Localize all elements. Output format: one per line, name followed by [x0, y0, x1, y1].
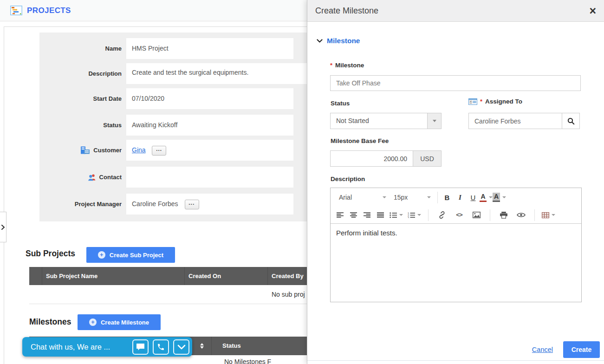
font-color-button[interactable]: A [480, 191, 493, 204]
create-sub-project-label: Create Sub Project [110, 252, 163, 259]
align-center-icon [350, 212, 357, 218]
plus-circle-icon: + [89, 318, 97, 326]
create-milestone-button[interactable]: + Create Milestone [78, 314, 161, 330]
status-select-caret[interactable] [427, 113, 441, 129]
project-manager-field: Caroline Forbes ••• [126, 194, 293, 214]
contact-field[interactable] [126, 167, 293, 188]
caret-down-icon [489, 196, 493, 198]
chat-bubble-button[interactable] [132, 339, 149, 355]
numbered-list-button[interactable]: 123 [407, 208, 421, 221]
contact-card-icon [468, 98, 477, 105]
table-icon [542, 212, 549, 218]
plus-circle-icon: + [98, 251, 105, 259]
panel-bottom-divider [307, 360, 604, 361]
toolbar-separator [490, 209, 490, 221]
column-sub-project-name: Sub Project Name [42, 267, 184, 285]
milestone-name-input[interactable] [330, 75, 581, 91]
sidebar-expand-handle[interactable] [0, 212, 6, 242]
project-manager-lookup-button[interactable]: ••• [185, 200, 199, 209]
status-select[interactable]: Not Started [330, 113, 442, 129]
milestone-field-label: * Milestone [330, 62, 364, 69]
image-icon [473, 212, 481, 218]
customer-label-text: Customer [93, 147, 122, 154]
toolbar-separator [428, 209, 429, 221]
highlight-color-button[interactable]: A [493, 191, 506, 204]
milestones-title: Milestones [29, 317, 71, 327]
rich-text-editor: Arial 15px B I U A A [330, 188, 582, 302]
milestone-section-title: Milestone [327, 37, 360, 45]
description-field[interactable]: Create and test the surgical equipments. [126, 63, 326, 84]
status-label: Status [39, 115, 122, 136]
start-date-field[interactable]: 07/10/2020 [126, 88, 293, 109]
chat-bubble-icon [136, 343, 145, 351]
customer-link[interactable]: Gina [132, 146, 146, 154]
insert-table-button[interactable] [542, 208, 555, 221]
base-fee-input[interactable] [331, 151, 413, 166]
description-editor-content[interactable]: Perform initial tests. [331, 223, 581, 302]
caret-down-icon [552, 214, 555, 216]
align-justify-button[interactable] [376, 208, 385, 221]
contact-label-text: Contact [99, 174, 122, 181]
panel-title: Create Milestone [315, 6, 378, 16]
align-center-button[interactable] [349, 208, 358, 221]
font-family-value: Arial [339, 194, 352, 201]
chevron-right-icon [1, 225, 5, 230]
chat-widget[interactable]: Chat with us, We are ... [22, 337, 192, 357]
assigned-to-search-button[interactable] [562, 113, 579, 129]
print-button[interactable] [497, 208, 510, 221]
status-field-label: Status [331, 100, 350, 107]
highlight-color-icon: A [493, 193, 500, 202]
chevron-down-icon [177, 344, 186, 350]
app-root: PROJECTS Name HMS Project Description Cr… [0, 0, 604, 364]
contacts-icon [88, 174, 96, 181]
font-color-icon: A [480, 193, 486, 202]
status-field[interactable]: Awaiting Kickoff [126, 115, 293, 136]
search-icon [567, 117, 575, 125]
insert-link-button[interactable] [435, 208, 448, 221]
page-title: PROJECTS [27, 0, 71, 21]
currency-addon: USD [413, 151, 441, 166]
align-left-button[interactable] [335, 208, 344, 221]
bullet-list-button[interactable] [389, 208, 403, 221]
caret-down-icon [427, 196, 431, 198]
section-chevron-down-icon [317, 39, 323, 43]
insert-image-button[interactable] [470, 208, 483, 221]
panel-header: Create Milestone × [307, 0, 604, 22]
toolbar-separator [534, 209, 535, 221]
font-size-value: 15px [394, 194, 408, 201]
project-manager-value: Caroline Forbes [132, 200, 178, 208]
create-button[interactable]: Create [563, 341, 600, 358]
phone-icon [157, 343, 165, 351]
editor-toolbar-row1: Arial 15px B I U A A [331, 188, 581, 207]
preview-button[interactable] [514, 208, 527, 221]
cancel-button[interactable]: Cancel [532, 346, 553, 353]
phone-button[interactable] [153, 339, 169, 355]
assigned-to-field-label: * Assigned To [468, 98, 522, 105]
font-family-select[interactable]: Arial [335, 190, 390, 204]
align-right-button[interactable] [362, 208, 371, 221]
close-icon[interactable]: × [589, 5, 596, 17]
status-select-value: Not Started [331, 113, 427, 129]
milestone-section-toggle[interactable]: Milestone [317, 37, 360, 45]
name-label: Name [39, 38, 122, 59]
required-asterisk: * [480, 98, 482, 105]
contact-label: Contact [39, 167, 122, 188]
sort-up-arrow [200, 343, 204, 345]
chat-collapse-button[interactable] [173, 339, 189, 355]
sort-icon[interactable] [193, 337, 211, 355]
description-label: Description [39, 63, 122, 84]
caret-down-icon [502, 196, 506, 198]
italic-button[interactable]: I [454, 191, 467, 204]
code-view-button[interactable]: <> [453, 208, 466, 221]
chat-widget-label: Chat with us, We are ... [31, 343, 128, 351]
name-field[interactable]: HMS Project [126, 38, 293, 59]
bold-button[interactable]: B [441, 191, 454, 204]
caret-down-icon [433, 120, 436, 122]
underline-button[interactable]: U [467, 191, 480, 204]
sort-down-arrow [200, 346, 204, 349]
assigned-to-input[interactable] [469, 113, 562, 129]
customer-lookup-button[interactable]: ••• [152, 146, 166, 156]
font-size-select[interactable]: 15px [390, 190, 435, 204]
create-sub-project-button[interactable]: + Create Sub Project [86, 247, 175, 263]
description-label-text: Description [331, 176, 365, 182]
